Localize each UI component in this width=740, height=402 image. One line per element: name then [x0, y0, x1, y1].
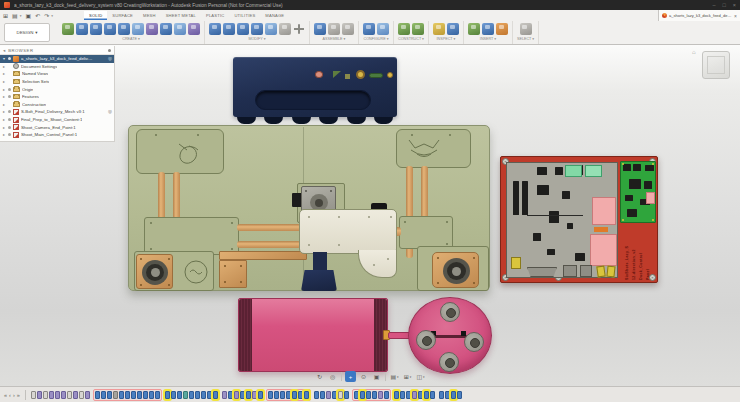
timeline-feature-icon[interactable]: [43, 391, 48, 399]
save-icon[interactable]: ▣: [25, 11, 31, 21]
loft-icon[interactable]: [118, 23, 130, 35]
align-icon[interactable]: [279, 23, 291, 35]
section-analysis-icon[interactable]: [447, 23, 459, 35]
pink-idler-disc-body[interactable]: [408, 297, 492, 374]
timeline-feature-icon[interactable]: [183, 391, 188, 399]
right-stepper-motor[interactable]: [432, 252, 479, 288]
rigid-group-icon[interactable]: [342, 23, 354, 35]
disc-roller-left[interactable]: [416, 330, 436, 350]
navy-t-stem[interactable]: [313, 252, 327, 270]
timeline-feature-icon[interactable]: [372, 391, 377, 399]
timeline-feature-icon[interactable]: [37, 391, 42, 399]
timeline-feature-icon[interactable]: [49, 391, 54, 399]
navy-feeder-cover-body[interactable]: [233, 57, 397, 117]
expand-icon[interactable]: ▸: [2, 79, 6, 84]
timeline-feature-icon[interactable]: [195, 391, 200, 399]
grid-snap-icon[interactable]: ⊞▾: [402, 371, 413, 382]
visibility-dot[interactable]: [8, 57, 11, 60]
pan-icon[interactable]: +: [345, 371, 356, 382]
visibility-dot[interactable]: [8, 80, 11, 83]
timeline-feature-icon[interactable]: [171, 391, 176, 399]
timeline-feature-icon[interactable]: [155, 391, 160, 399]
visibility-dot[interactable]: [8, 110, 11, 113]
select-icon[interactable]: [520, 23, 532, 35]
pattern-icon[interactable]: [146, 23, 158, 35]
home-icon[interactable]: ⌂: [692, 49, 696, 55]
timeline-feature-icon[interactable]: [286, 391, 291, 399]
document-tab-close-icon[interactable]: ×: [734, 13, 737, 19]
maximize-button[interactable]: □: [722, 0, 725, 10]
timeline-feature-icon[interactable]: [73, 391, 78, 399]
timeline-feature-icon[interactable]: [338, 391, 343, 399]
timeline-feature-icon[interactable]: [445, 391, 450, 399]
timeline-feature-icon[interactable]: [222, 391, 227, 399]
timeline-feature-icon[interactable]: [406, 391, 411, 399]
expand-icon[interactable]: ▸: [2, 125, 6, 130]
browser-item-selection-sets[interactable]: ▸Selection Sets: [0, 78, 114, 86]
disc-roller-top[interactable]: [440, 302, 460, 322]
right-carriage[interactable]: [399, 216, 453, 249]
green-base-plate-body[interactable]: [128, 125, 490, 291]
extrude-icon[interactable]: [76, 23, 88, 35]
view-cube[interactable]: [702, 51, 730, 79]
canvas-icon[interactable]: [496, 23, 508, 35]
timeline-feature-icon[interactable]: [418, 391, 423, 399]
copper-l-bracket-foot[interactable]: [219, 260, 247, 288]
tab-manage[interactable]: MANAGE: [260, 11, 289, 20]
collapse-icon[interactable]: ◂: [3, 48, 5, 53]
control-panel-pcb-body[interactable]: × × × × ×: [500, 156, 658, 283]
toolbar-group-label[interactable]: SELECT ▾: [517, 36, 534, 43]
tab-surface[interactable]: SURFACE: [107, 11, 138, 20]
configuration-table-icon[interactable]: [377, 23, 389, 35]
mainboard[interactable]: [506, 162, 618, 278]
construction-plane-icon[interactable]: [398, 23, 410, 35]
timeline-feature-icon[interactable]: [400, 391, 405, 399]
timeline-feature-icon[interactable]: [394, 391, 399, 399]
file-menu-icon[interactable]: ▤: [12, 11, 18, 21]
timeline-feature-icon[interactable]: [360, 391, 365, 399]
left-stepper-motor[interactable]: [136, 254, 173, 289]
timeline-feature-icon[interactable]: [125, 391, 130, 399]
insert-mesh-icon[interactable]: [482, 23, 494, 35]
copper-l-bracket-arm[interactable]: [219, 251, 307, 260]
fit-view-icon[interactable]: ▣: [371, 371, 382, 382]
expand-icon[interactable]: ▸: [2, 102, 6, 107]
viewports-icon[interactable]: ◫▾: [415, 371, 426, 382]
expand-icon[interactable]: ▸: [2, 117, 6, 122]
tab-plastic[interactable]: PLASTIC: [201, 11, 229, 20]
shell-icon[interactable]: [237, 23, 249, 35]
timeline-feature-icon[interactable]: [424, 391, 429, 399]
timeline-feature-icon[interactable]: [201, 391, 206, 399]
timeline-feature-icon[interactable]: [234, 391, 239, 399]
browser-item-s-bolt-final-delivery-mech-v3-1[interactable]: ▸S-Bolt_Final_Delivery_Mech v3:1◎: [0, 108, 114, 116]
timeline-feature-icon[interactable]: [326, 391, 331, 399]
expand-icon[interactable]: ▸: [2, 109, 6, 114]
visibility-dot[interactable]: [8, 118, 11, 121]
coil-icon[interactable]: [132, 23, 144, 35]
data-panel-icon[interactable]: ⊞: [3, 11, 8, 21]
browser-options-icon[interactable]: [108, 49, 111, 52]
expand-icon[interactable]: ▾: [2, 56, 6, 61]
tab-mesh[interactable]: MESH: [138, 11, 161, 20]
close-button[interactable]: ×: [733, 0, 736, 10]
toolbar-group-label[interactable]: MODIFY ▾: [248, 36, 265, 43]
sweep-icon[interactable]: [104, 23, 116, 35]
visibility-dot[interactable]: [8, 133, 11, 136]
timeline-feature-icon[interactable]: [274, 391, 279, 399]
orbit-icon[interactable]: ↻: [314, 371, 325, 382]
press-pull-icon[interactable]: [209, 23, 221, 35]
timeline-feature-icon[interactable]: [189, 391, 194, 399]
timeline-feature-icon[interactable]: [165, 391, 170, 399]
timeline-feature-icon[interactable]: [292, 391, 297, 399]
timeline-feature-icon[interactable]: [79, 391, 84, 399]
extruder-plate-lobe[interactable]: [358, 250, 397, 278]
sbc-board[interactable]: [620, 161, 656, 223]
timeline-feature-icon[interactable]: [354, 391, 359, 399]
center-rail-2[interactable]: [237, 241, 301, 248]
thicken-icon[interactable]: [174, 23, 186, 35]
toolbar-group-label[interactable]: CONSTRUCT ▾: [398, 36, 424, 43]
timeline-feature-icon[interactable]: [107, 391, 112, 399]
look-at-icon[interactable]: ◎: [327, 371, 338, 382]
tab-solid[interactable]: SOLID: [84, 11, 107, 20]
visibility-dot[interactable]: [8, 72, 11, 75]
